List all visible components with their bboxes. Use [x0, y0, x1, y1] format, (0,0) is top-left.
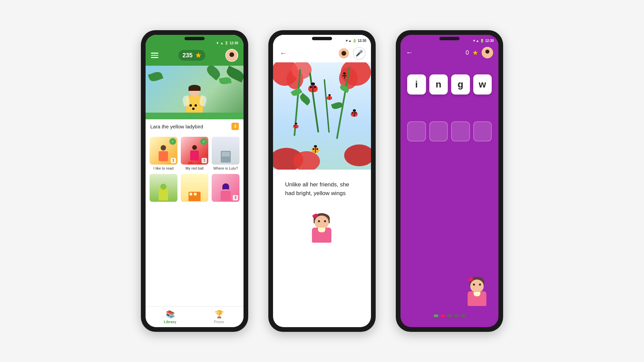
list-item[interactable]: 2 [150, 174, 177, 203]
book-illustration [273, 62, 371, 170]
status-time: 12:30 [229, 41, 238, 45]
phone-reading: ▼▲ 🔋 12:30 ← 🎤 [268, 30, 376, 332]
letter-tile-w[interactable]: w [473, 74, 492, 95]
progress-dot-3 [447, 314, 452, 317]
prizes-icon: 🏆 [215, 310, 224, 319]
level-badge: 1 [202, 158, 207, 163]
completed-badge: ✓ [200, 138, 207, 145]
book-title: Where is Lulu? [212, 166, 239, 171]
slot-4[interactable] [473, 121, 492, 141]
progress-dot-2 [440, 314, 445, 317]
phone-library: ▼ ▲ 🔋 12:30 235 ★ [141, 30, 248, 332]
score-value: 235 [182, 52, 193, 59]
battery-icon: 🔋 [353, 39, 357, 43]
score-badge: 235 ★ [178, 50, 205, 61]
progress-dot-4 [454, 314, 459, 317]
reading-header: ← 🎤 [273, 44, 371, 62]
book-title: I like to read [150, 166, 177, 171]
letter-tile-g[interactable]: g [451, 74, 470, 95]
star-icon: ★ [472, 49, 478, 57]
list-item[interactable]: ✓ 1 My red ball [181, 137, 209, 171]
signal-icon: ▼▲ [345, 39, 352, 43]
book-title: My red ball [181, 166, 209, 171]
star-icon: ★ [195, 51, 201, 59]
completed-badge: ✓ [169, 138, 176, 145]
letter-slots [400, 101, 498, 148]
book-grid: ✓ 1 I like to read ✓ 1 [146, 133, 244, 206]
back-button[interactable]: ← [406, 48, 413, 57]
list-item[interactable]: 2 Where is Lulu? [212, 137, 239, 171]
nav-prizes[interactable]: 🏆 Prizes [195, 307, 244, 327]
featured-book[interactable]: Lara the yellow ladybird 3 [146, 66, 244, 133]
list-item[interactable]: 2 [181, 174, 209, 203]
signal-icon: ▼ [216, 41, 219, 45]
slot-2[interactable] [429, 121, 448, 141]
level-badge: 1 [171, 158, 176, 163]
slot-1[interactable] [407, 121, 426, 141]
user-avatar[interactable] [338, 48, 350, 59]
signal-icon: ▼▲ [473, 39, 479, 43]
user-avatar[interactable] [482, 47, 493, 58]
menu-button[interactable] [151, 53, 158, 58]
phone-game: ▼▲ 🔋 12:30 ← 0 ★ i n [396, 30, 503, 332]
status-time: 12:30 [485, 39, 494, 43]
list-item[interactable]: 3 [212, 174, 239, 203]
letter-tile-n[interactable]: n [429, 74, 448, 95]
book-text: Unlike all her friends, she had bright, … [279, 175, 365, 203]
featured-level-badge: 3 [231, 123, 239, 130]
library-label: Library [164, 320, 176, 324]
bottom-nav: 📚 Library 🏆 Prizes [146, 306, 244, 327]
featured-book-title: Lara the yellow ladybird [150, 124, 203, 129]
microphone-button[interactable]: 🎤 [353, 47, 366, 60]
progress-indicator [434, 314, 465, 317]
back-button[interactable]: ← [278, 48, 288, 59]
user-avatar[interactable] [225, 49, 238, 62]
network-icon: ▲ [220, 41, 224, 45]
game-header: ← 0 ★ [400, 44, 498, 61]
status-time: 12:30 [358, 39, 366, 43]
book-text-area: Unlike all her friends, she had bright, … [273, 170, 371, 208]
progress-dot-1 [434, 314, 438, 317]
game-character [462, 277, 492, 310]
list-item[interactable]: ✓ 1 I like to read [150, 137, 177, 171]
game-score: 0 [466, 49, 469, 56]
prizes-label: Prizes [214, 320, 224, 324]
slot-3[interactable] [451, 121, 470, 141]
battery-icon: 🔋 [224, 41, 228, 45]
letter-tiles: i n g w [400, 61, 498, 101]
nav-library[interactable]: 📚 Library [146, 307, 195, 327]
progress-dot-5 [461, 314, 465, 317]
library-icon: 📚 [166, 310, 175, 319]
letter-tile-i[interactable]: i [407, 74, 426, 95]
battery-icon: 🔋 [480, 39, 484, 43]
